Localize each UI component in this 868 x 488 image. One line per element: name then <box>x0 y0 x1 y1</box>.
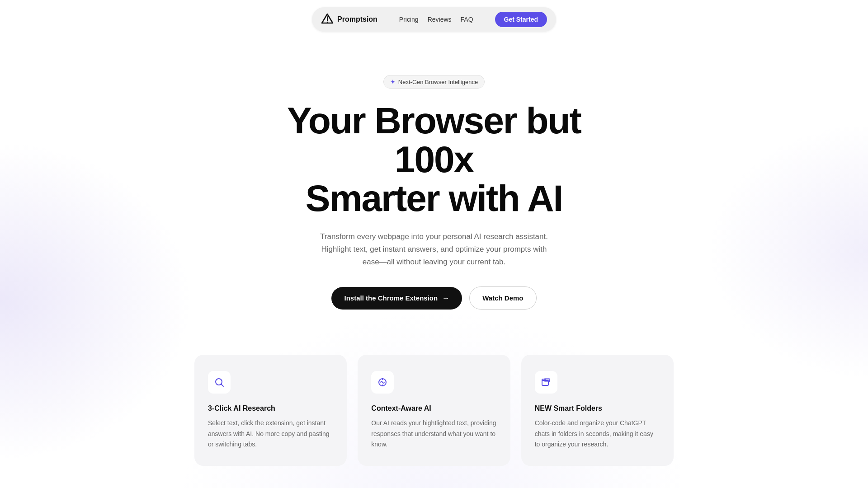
nav-links: Pricing Reviews FAQ <box>399 16 473 23</box>
nav-inner: Promptsion Pricing Reviews FAQ Get Start… <box>312 7 556 32</box>
cards-section: 3-Click AI Research Select text, click t… <box>185 337 683 488</box>
logo[interactable]: Promptsion <box>321 13 377 26</box>
logo-icon <box>321 13 334 26</box>
nav-link-reviews[interactable]: Reviews <box>428 16 452 23</box>
hero-title-line2: Smarter with AI <box>306 178 562 219</box>
navbar: Promptsion Pricing Reviews FAQ Get Start… <box>0 0 868 39</box>
hero-title: Your Browser but 100x Smarter with AI <box>262 101 606 218</box>
hero-buttons: Install the Chrome Extension → Watch Dem… <box>262 286 606 310</box>
card-desc-folders: Color-code and organize your ChatGPT cha… <box>535 418 660 449</box>
install-extension-button[interactable]: Install the Chrome Extension → <box>331 287 462 310</box>
hero-subtitle: Transform every webpage into your person… <box>312 230 556 268</box>
sparkle-icon: ✦ <box>390 78 396 85</box>
arrow-icon: → <box>442 294 449 302</box>
nav-link-faq[interactable]: FAQ <box>461 16 473 23</box>
svg-rect-8 <box>542 380 548 385</box>
hero-title-line1: Your Browser but 100x <box>287 100 581 180</box>
brain-icon <box>377 377 388 388</box>
svg-line-4 <box>222 385 224 387</box>
hero-badge-text: Next-Gen Browser Intelligence <box>398 79 478 85</box>
logo-text: Promptsion <box>337 15 377 23</box>
hero-badge: ✦ Next-Gen Browser Intelligence <box>383 75 485 89</box>
watch-demo-label: Watch Demo <box>482 294 523 302</box>
watch-demo-button[interactable]: Watch Demo <box>469 286 536 310</box>
card-title-context: Context-Aware AI <box>371 404 496 413</box>
nav-link-pricing[interactable]: Pricing <box>399 16 419 23</box>
card-title-research: 3-Click AI Research <box>208 404 333 413</box>
search-icon <box>214 377 225 388</box>
folders-icon <box>541 377 552 388</box>
card-icon-wrap-folders <box>535 371 557 394</box>
get-started-button[interactable]: Get Started <box>495 12 547 27</box>
svg-point-2 <box>327 22 328 23</box>
card-icon-wrap-research <box>208 371 231 394</box>
install-extension-label: Install the Chrome Extension <box>344 294 438 302</box>
card-desc-research: Select text, click the extension, get in… <box>208 418 333 449</box>
card-context: Context-Aware AI Our AI reads your hight… <box>358 355 510 465</box>
card-desc-context: Our AI reads your hightlighted text, pro… <box>371 418 496 449</box>
card-icon-wrap-context <box>371 371 394 394</box>
card-research: 3-Click AI Research Select text, click t… <box>194 355 347 465</box>
card-title-folders: NEW Smart Folders <box>535 404 660 413</box>
hero-section: ✦ Next-Gen Browser Intelligence Your Bro… <box>253 39 615 337</box>
card-folders: NEW Smart Folders Color-code and organiz… <box>521 355 674 465</box>
